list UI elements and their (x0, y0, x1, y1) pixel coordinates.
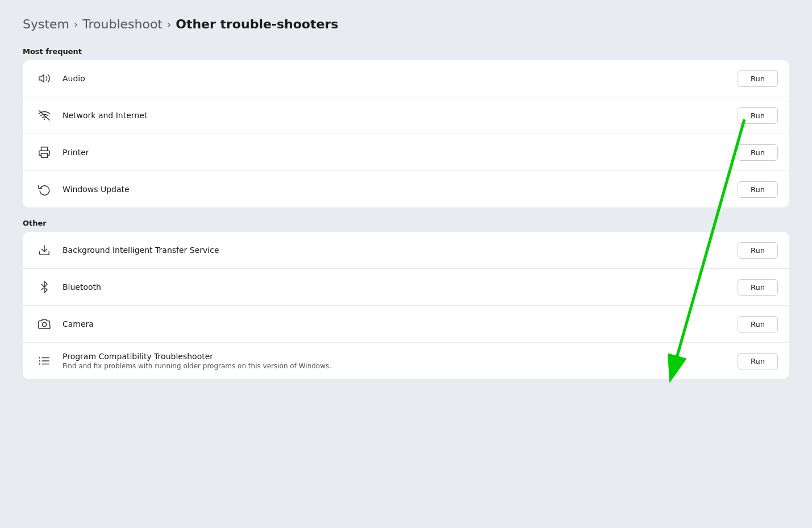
most-frequent-label: Most frequent (23, 47, 789, 56)
breadcrumb-troubleshoot[interactable]: Troubleshoot (82, 17, 163, 31)
bluetooth-row: Bluetooth Run (23, 269, 789, 306)
camera-text: Camera (63, 319, 738, 329)
bits-run-button[interactable]: Run (738, 242, 778, 259)
bluetooth-run-button[interactable]: Run (738, 279, 778, 296)
breadcrumb-separator-1: › (74, 18, 78, 30)
bits-row: Background Intelligent Transfer Service … (23, 232, 789, 269)
bits-text: Background Intelligent Transfer Service (63, 246, 738, 255)
svg-point-5 (42, 322, 46, 326)
program-compat-title: Program Compatibility Troubleshooter (63, 352, 738, 361)
camera-icon (34, 314, 55, 334)
network-text: Network and Internet (63, 111, 738, 120)
audio-row: Audio Run (23, 60, 789, 97)
audio-text: Audio (63, 74, 738, 83)
breadcrumb: System › Troubleshoot › Other trouble-sh… (23, 17, 789, 31)
network-icon (34, 105, 55, 126)
breadcrumb-current: Other trouble-shooters (176, 17, 338, 31)
network-run-button[interactable]: Run (738, 107, 778, 124)
printer-title: Printer (63, 148, 738, 157)
program-compat-subtitle: Find and fix problems with running older… (63, 362, 738, 370)
camera-title: Camera (63, 319, 738, 329)
update-icon (34, 179, 55, 199)
bluetooth-text: Bluetooth (63, 282, 738, 292)
program-compat-run-button[interactable]: Run (738, 353, 778, 369)
printer-run-button[interactable]: Run (738, 144, 778, 161)
bluetooth-title: Bluetooth (63, 282, 738, 292)
program-compat-row: Program Compatibility Troubleshooter Fin… (23, 343, 789, 379)
camera-run-button[interactable]: Run (738, 316, 778, 332)
camera-row: Camera Run (23, 306, 789, 343)
download-icon (34, 240, 55, 260)
printer-text: Printer (63, 148, 738, 157)
breadcrumb-separator-2: › (167, 18, 171, 30)
other-group: Background Intelligent Transfer Service … (23, 232, 789, 379)
audio-run-button[interactable]: Run (738, 70, 778, 87)
breadcrumb-system[interactable]: System (23, 17, 69, 31)
compat-icon (34, 351, 55, 371)
windows-update-run-button[interactable]: Run (738, 181, 778, 198)
svg-marker-0 (39, 75, 44, 82)
audio-icon (34, 68, 55, 89)
windows-update-row: Windows Update Run (23, 171, 789, 207)
bits-title: Background Intelligent Transfer Service (63, 246, 738, 255)
most-frequent-group: Audio Run Network and Internet Run (23, 60, 789, 207)
program-compat-text: Program Compatibility Troubleshooter Fin… (63, 352, 738, 370)
svg-rect-3 (41, 153, 48, 157)
bluetooth-icon (34, 277, 55, 297)
network-row: Network and Internet Run (23, 97, 789, 134)
audio-title: Audio (63, 74, 738, 83)
windows-update-title: Windows Update (63, 185, 738, 194)
other-label: Other (23, 219, 789, 227)
network-title: Network and Internet (63, 111, 738, 120)
printer-row: Printer Run (23, 134, 789, 171)
printer-icon (34, 142, 55, 163)
windows-update-text: Windows Update (63, 185, 738, 194)
